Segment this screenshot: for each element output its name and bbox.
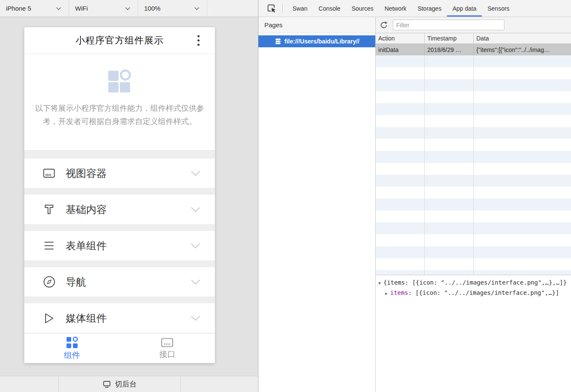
zoom-select[interactable]: 100% bbox=[138, 0, 207, 17]
column-header-data[interactable]: Data bbox=[474, 33, 571, 43]
section-row-navigation[interactable]: 导航 bbox=[24, 267, 215, 297]
appdata-empty-row[interactable] bbox=[376, 175, 571, 187]
devtools-tab-swan[interactable]: Swan bbox=[287, 0, 313, 17]
pages-header: Pages bbox=[258, 17, 375, 33]
appdata-empty-row[interactable] bbox=[376, 103, 571, 115]
section-row-view-container[interactable]: 视图容器 bbox=[24, 159, 215, 188]
page-url: file:///Users/baidu/Library// bbox=[284, 38, 359, 45]
appdata-panel: Action Timestamp Data initData 2018/6/29… bbox=[376, 17, 571, 392]
hero-section: 以下将展示小程序官方组件能力，组件样式仅供参考，开发者可根据自身需求自定义组件样… bbox=[24, 54, 215, 150]
section-label: 视图容器 bbox=[66, 167, 107, 180]
appdata-empty-row[interactable] bbox=[376, 115, 571, 127]
api-panel-icon bbox=[161, 337, 174, 348]
appdata-empty-cell bbox=[425, 199, 474, 210]
appdata-empty-row[interactable] bbox=[376, 222, 571, 234]
column-header-action[interactable]: Action bbox=[376, 33, 425, 43]
appdata-empty-cell bbox=[425, 139, 474, 151]
tree-value-preview: : [{icon: "../../images/interface.png",…… bbox=[408, 289, 559, 296]
tab-api[interactable]: 接口 bbox=[120, 334, 215, 363]
appdata-empty-row[interactable] bbox=[376, 270, 571, 275]
section-row-form-components[interactable]: 表单组件 bbox=[24, 231, 215, 260]
pages-sidebar: Pages file:///Users/baidu/Library// bbox=[258, 17, 376, 392]
form-lines-icon bbox=[43, 241, 55, 250]
appdata-empty-cell bbox=[425, 210, 474, 222]
appdata-empty-rows bbox=[376, 55, 571, 275]
tab-label: 组件 bbox=[64, 350, 80, 361]
appdata-empty-cell bbox=[425, 127, 474, 139]
appdata-empty-cell bbox=[376, 258, 425, 270]
appdata-empty-cell bbox=[474, 67, 571, 79]
appdata-empty-row[interactable] bbox=[376, 55, 571, 67]
page-item-selected[interactable]: file:///Users/baidu/Library// bbox=[258, 35, 375, 47]
components-grid-icon bbox=[108, 69, 131, 92]
switch-background-label: 切后台 bbox=[115, 379, 137, 389]
refresh-icon[interactable] bbox=[379, 20, 388, 30]
devtools-tab-sources[interactable]: Sources bbox=[346, 0, 379, 17]
appdata-empty-row[interactable] bbox=[376, 210, 571, 222]
database-icon bbox=[275, 38, 281, 45]
appdata-empty-row[interactable] bbox=[376, 91, 571, 103]
devtools-tab-app-data[interactable]: App data bbox=[447, 0, 482, 17]
appdata-empty-row[interactable] bbox=[376, 127, 571, 139]
kebab-menu-icon[interactable] bbox=[197, 35, 200, 46]
devtools-tab-storages[interactable]: Storages bbox=[412, 0, 447, 17]
toolbar-divider bbox=[282, 4, 283, 13]
appdata-empty-cell bbox=[376, 79, 425, 91]
phone-navigation-bar: 小程序官方组件展示 bbox=[24, 27, 215, 54]
appdata-empty-cell bbox=[376, 127, 425, 139]
switch-background-button[interactable]: 切后台 bbox=[59, 376, 181, 392]
appdata-empty-cell bbox=[376, 55, 425, 67]
appdata-empty-cell bbox=[425, 151, 474, 163]
devtools-tab-console[interactable]: Console bbox=[313, 0, 346, 17]
appdata-empty-cell bbox=[425, 246, 474, 258]
appdata-empty-cell bbox=[425, 115, 474, 127]
device-select[interactable]: iPhone 5 bbox=[0, 0, 69, 17]
appdata-empty-cell bbox=[376, 222, 425, 234]
appdata-empty-cell bbox=[474, 222, 571, 234]
appdata-empty-cell bbox=[425, 103, 474, 115]
appdata-empty-cell bbox=[425, 91, 474, 103]
expander-open-icon[interactable]: ▼ bbox=[378, 279, 383, 288]
devtools-tab-network[interactable]: Network bbox=[379, 0, 412, 17]
appdata-empty-row[interactable] bbox=[376, 199, 571, 210]
play-icon bbox=[43, 312, 55, 324]
appdata-empty-cell bbox=[474, 55, 571, 67]
tab-components[interactable]: 组件 bbox=[24, 334, 120, 363]
tab-label: 接口 bbox=[159, 349, 175, 360]
devtools-toolbar: Swan Console Sources Network Storages Ap… bbox=[258, 0, 571, 17]
chevron-down-icon bbox=[194, 7, 200, 10]
column-header-timestamp[interactable]: Timestamp bbox=[425, 33, 474, 43]
appdata-row-initdata[interactable]: initData 2018/6/29 … {"items":[{"icon":"… bbox=[376, 44, 571, 55]
appdata-empty-cell bbox=[376, 163, 425, 175]
expander-closed-icon[interactable]: ▶ bbox=[385, 289, 390, 298]
appdata-empty-row[interactable] bbox=[376, 79, 571, 91]
appdata-empty-row[interactable] bbox=[376, 246, 571, 258]
phone-screen: 小程序官方组件展示 以下将展示小程序官方组件能力，组件样式仅供参考，开发者可根据… bbox=[24, 27, 215, 363]
inspect-element-icon[interactable] bbox=[265, 0, 278, 17]
compass-icon bbox=[43, 276, 55, 288]
appdata-empty-cell bbox=[474, 115, 571, 127]
appdata-empty-cell bbox=[425, 234, 474, 246]
section-row-basic-content[interactable]: 基础内容 bbox=[24, 195, 215, 224]
action-cell: initData bbox=[376, 44, 425, 55]
section-row-media-components[interactable]: 媒体组件 bbox=[24, 303, 215, 333]
appdata-empty-cell bbox=[376, 187, 425, 199]
devtools-tab-sensors[interactable]: Sensors bbox=[482, 0, 515, 17]
appdata-empty-row[interactable] bbox=[376, 151, 571, 163]
appdata-empty-row[interactable] bbox=[376, 67, 571, 79]
section-label: 媒体组件 bbox=[66, 311, 107, 325]
filter-input[interactable] bbox=[393, 20, 504, 30]
network-select[interactable]: WiFi bbox=[69, 0, 138, 17]
appdata-empty-cell bbox=[425, 222, 474, 234]
appdata-empty-row[interactable] bbox=[376, 187, 571, 199]
object-preview-tree: ▼{items: [{icon: "../../images/interface… bbox=[376, 275, 571, 392]
appdata-empty-row[interactable] bbox=[376, 234, 571, 246]
appdata-empty-row[interactable] bbox=[376, 258, 571, 270]
appdata-empty-cell bbox=[376, 175, 425, 187]
appdata-empty-row[interactable] bbox=[376, 139, 571, 151]
appdata-table-header: Action Timestamp Data bbox=[376, 33, 571, 44]
appdata-empty-cell bbox=[376, 139, 425, 151]
appdata-empty-cell bbox=[376, 234, 425, 246]
appdata-empty-cell bbox=[376, 115, 425, 127]
appdata-empty-row[interactable] bbox=[376, 163, 571, 175]
